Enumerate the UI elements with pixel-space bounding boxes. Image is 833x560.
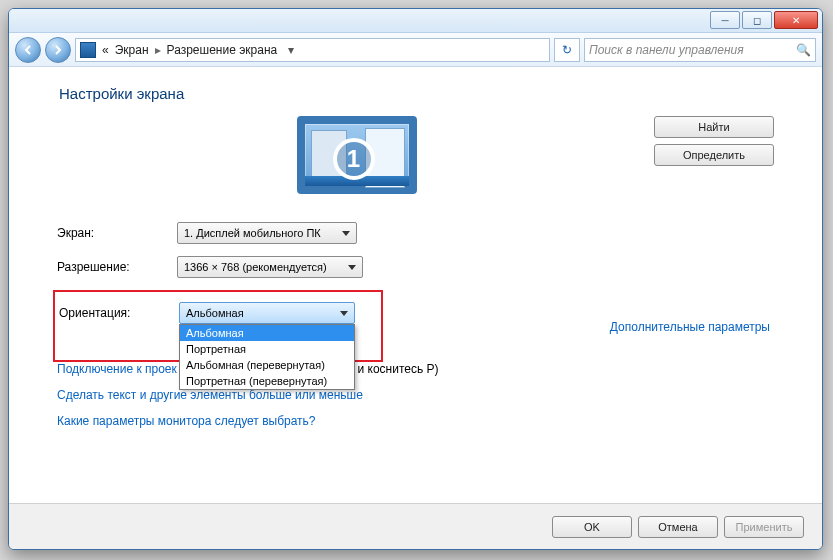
chevron-down-icon xyxy=(342,231,350,236)
footer: OK Отмена Применить xyxy=(9,503,822,549)
row-resolution: Разрешение: 1366 × 768 (рекомендуется) xyxy=(57,256,774,278)
link-bigger-text[interactable]: Сделать текст и другие элементы больше и… xyxy=(57,388,363,402)
link-which-settings[interactable]: Какие параметры монитора следует выбрать… xyxy=(57,414,316,428)
orientation-group-highlighted: Ориентация: Альбомная Альбомная Портретн… xyxy=(53,290,383,362)
monitor-number: 1 xyxy=(333,138,375,180)
orientation-option-0[interactable]: Альбомная xyxy=(180,325,354,341)
orientation-option-3[interactable]: Портретная (перевернутая) xyxy=(180,373,354,389)
help-row-2: Какие параметры монитора следует выбрать… xyxy=(57,414,774,428)
address-drop-icon[interactable]: ▾ xyxy=(283,43,299,57)
search-placeholder: Поиск в панели управления xyxy=(589,43,744,57)
orientation-option-1[interactable]: Портретная xyxy=(180,341,354,357)
ok-button[interactable]: OK xyxy=(552,516,632,538)
link-connect-projector[interactable]: Подключение к проек xyxy=(57,362,180,376)
cancel-button[interactable]: Отмена xyxy=(638,516,718,538)
forward-button[interactable] xyxy=(45,37,71,63)
navbar: « Экран ▸ Разрешение экрана ▾ ↻ Поиск в … xyxy=(9,33,822,67)
search-input[interactable]: Поиск в панели управления 🔍 xyxy=(584,38,816,62)
refresh-button[interactable]: ↻ xyxy=(554,38,580,62)
display-settings-icon xyxy=(80,42,96,58)
dropdown-orientation-value: Альбомная xyxy=(186,307,244,319)
breadcrumb-item-2[interactable]: Разрешение экрана xyxy=(167,43,278,57)
link-advanced-settings[interactable]: Дополнительные параметры xyxy=(610,320,770,334)
find-button[interactable]: Найти xyxy=(654,116,774,138)
row-screen: Экран: 1. Дисплей мобильного ПК xyxy=(57,222,774,244)
dropdown-resolution-value: 1366 × 768 (рекомендуется) xyxy=(184,261,327,273)
search-icon: 🔍 xyxy=(796,43,811,57)
monitor-preview-area: 1 xyxy=(59,116,654,194)
minimize-button[interactable]: ─ xyxy=(710,11,740,29)
arrow-right-icon xyxy=(53,45,63,55)
side-buttons: Найти Определить xyxy=(654,116,774,166)
dropdown-orientation-options: Альбомная Портретная Альбомная (переверн… xyxy=(179,324,355,390)
connect-text-visible-2: и коснитесь P) xyxy=(357,362,438,376)
breadcrumb-item-1[interactable]: Экран xyxy=(115,43,149,57)
dropdown-orientation[interactable]: Альбомная Альбомная Портретная Альбомная… xyxy=(179,302,355,324)
chevron-down-icon xyxy=(340,311,348,316)
connect-projector-row: Подключение к проек и коснитесь P) xyxy=(57,362,774,376)
page-title: Настройки экрана xyxy=(59,85,774,102)
apply-button[interactable]: Применить xyxy=(724,516,804,538)
help-row-1: Сделать текст и другие элементы больше и… xyxy=(57,388,774,402)
breadcrumb: « Экран ▸ Разрешение экрана xyxy=(102,43,277,57)
dropdown-screen-value: 1. Дисплей мобильного ПК xyxy=(184,227,321,239)
titlebar: ─ ◻ ✕ xyxy=(9,9,822,33)
close-button[interactable]: ✕ xyxy=(774,11,818,29)
detect-button[interactable]: Определить xyxy=(654,144,774,166)
label-resolution: Разрешение: xyxy=(57,260,177,274)
address-bar[interactable]: « Экран ▸ Разрешение экрана ▾ xyxy=(75,38,550,62)
arrow-left-icon xyxy=(23,45,33,55)
preview-row: 1 Найти Определить xyxy=(57,116,774,194)
orientation-option-2[interactable]: Альбомная (перевернутая) xyxy=(180,357,354,373)
refresh-icon: ↻ xyxy=(562,43,572,57)
chevron-down-icon xyxy=(348,265,356,270)
content-area: Настройки экрана 1 Найти Определить Экра… xyxy=(9,67,822,428)
maximize-button[interactable]: ◻ xyxy=(742,11,772,29)
dropdown-resolution[interactable]: 1366 × 768 (рекомендуется) xyxy=(177,256,363,278)
back-button[interactable] xyxy=(15,37,41,63)
dropdown-screen[interactable]: 1. Дисплей мобильного ПК xyxy=(177,222,357,244)
connect-text-visible-1: Подключение к проек xyxy=(57,362,177,376)
label-orientation: Ориентация: xyxy=(59,306,179,320)
label-screen: Экран: xyxy=(57,226,177,240)
monitor-preview[interactable]: 1 xyxy=(297,116,417,194)
control-panel-window: ─ ◻ ✕ « Экран ▸ Разрешение экрана ▾ ↻ По… xyxy=(8,8,823,550)
chevron-right-icon: ▸ xyxy=(155,43,161,57)
breadcrumb-prefix: « xyxy=(102,43,109,57)
